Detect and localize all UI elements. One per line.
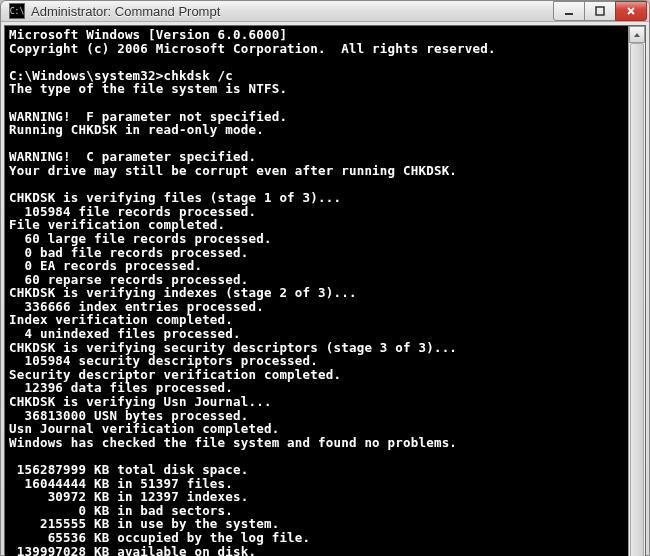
cmd-icon: C:\ xyxy=(9,3,25,19)
scrollbar[interactable] xyxy=(628,26,645,556)
console-output[interactable]: Microsoft Windows [Version 6.0.6000] Cop… xyxy=(5,26,628,556)
window-controls xyxy=(554,1,647,21)
maximize-button[interactable] xyxy=(584,1,616,21)
console-frame: Microsoft Windows [Version 6.0.6000] Cop… xyxy=(4,25,646,556)
scrollbar-track[interactable] xyxy=(629,43,645,556)
titlebar[interactable]: C:\ Administrator: Command Prompt xyxy=(1,1,649,22)
svg-rect-1 xyxy=(596,7,604,15)
scrollbar-thumb[interactable] xyxy=(630,43,644,556)
command-prompt-window: C:\ Administrator: Command Prompt Micros… xyxy=(0,0,650,556)
minimize-button[interactable] xyxy=(553,1,585,21)
close-button[interactable] xyxy=(615,1,647,21)
window-title: Administrator: Command Prompt xyxy=(31,4,554,19)
svg-rect-0 xyxy=(565,13,573,15)
scroll-up-button[interactable] xyxy=(629,26,645,43)
